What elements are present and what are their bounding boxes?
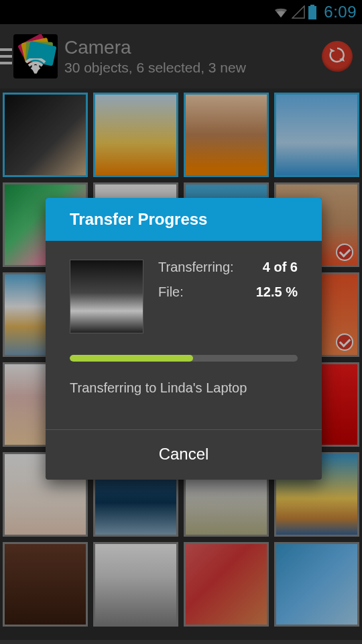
- nav-bar-edge: [0, 640, 362, 644]
- dialog-body: Transferring: 4 of 6 File: 12.5 % Transf…: [46, 241, 322, 408]
- transferring-label: Transferring:: [158, 260, 234, 275]
- file-label: File:: [158, 284, 184, 300]
- dialog-title: Transfer Progress: [46, 198, 322, 241]
- transferring-value: 4 of 6: [263, 260, 298, 275]
- screen: 6:09 Camera 30 objects, 6 selected, 3 ne…: [0, 0, 362, 644]
- progress-fill: [70, 355, 193, 362]
- destination-text: Transferring to Linda's Laptop: [70, 380, 298, 396]
- file-value: 12.5 %: [256, 284, 298, 300]
- progress-bar: [70, 355, 298, 362]
- transfer-progress-dialog: Transfer Progress Transferring: 4 of 6 F…: [46, 198, 322, 480]
- cancel-button[interactable]: Cancel: [46, 430, 322, 480]
- current-file-thumbnail: [70, 260, 143, 333]
